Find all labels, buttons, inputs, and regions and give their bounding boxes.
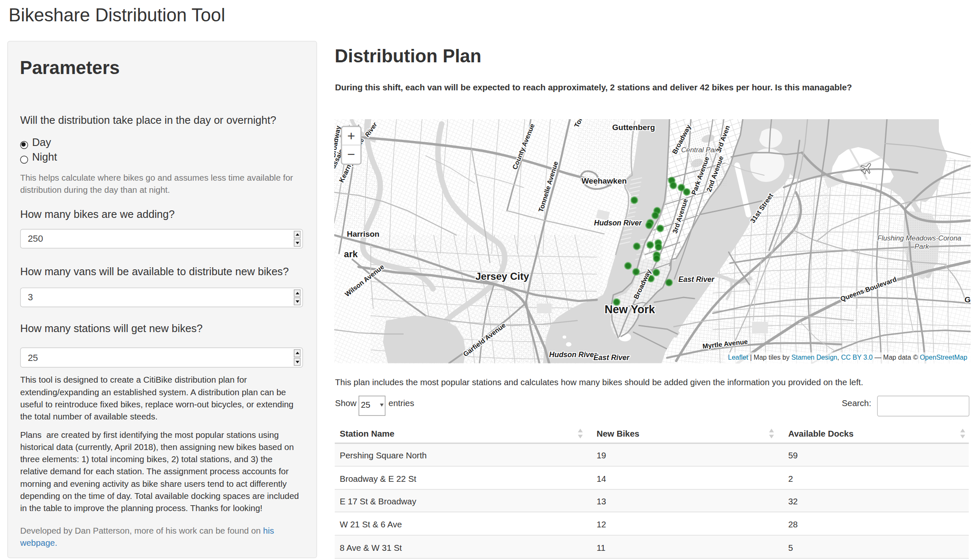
svg-text:Flushing Meadows-Corona: Flushing Meadows-Corona <box>877 234 961 242</box>
svg-text:Park: Park <box>914 242 929 250</box>
svg-text:East River: East River <box>678 275 715 283</box>
svg-text:Jersey City: Jersey City <box>475 271 529 282</box>
svg-text:Harrison: Harrison <box>346 230 379 238</box>
svg-text:Hudson River: Hudson River <box>549 350 597 358</box>
svg-text:Guttenberg: Guttenberg <box>612 123 655 131</box>
svg-text:Weehawken: Weehawken <box>581 176 626 185</box>
svg-text:New York: New York <box>604 303 655 315</box>
svg-text:East River: East River <box>593 353 630 361</box>
svg-text:Hudson River: Hudson River <box>594 218 642 227</box>
svg-text:Gr: Gr <box>964 295 971 304</box>
svg-text:ark: ark <box>343 248 358 259</box>
